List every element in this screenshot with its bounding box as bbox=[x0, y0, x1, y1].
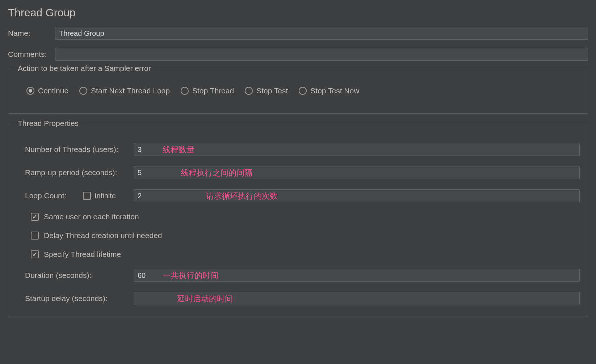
radio-continue[interactable]: Continue bbox=[26, 86, 68, 95]
num-threads-label: Number of Threads (users): bbox=[25, 145, 134, 154]
radio-stop-test-now[interactable]: Stop Test Now bbox=[299, 86, 359, 95]
infinite-label: Infinite bbox=[95, 192, 116, 200]
loop-count-input[interactable] bbox=[134, 189, 580, 202]
comments-label: Comments: bbox=[8, 50, 55, 59]
specify-lifetime-label: Specify Thread lifetime bbox=[44, 250, 121, 259]
specify-lifetime-checkbox[interactable] bbox=[31, 250, 39, 258]
action-fieldset: Action to be taken after a Sampler error… bbox=[8, 69, 588, 114]
num-threads-input[interactable] bbox=[134, 143, 580, 156]
duration-label: Duration (seconds): bbox=[25, 271, 134, 280]
thread-props-legend: Thread Properties bbox=[16, 119, 81, 128]
ramp-label: Ramp-up period (seconds): bbox=[25, 168, 134, 177]
radio-label: Stop Test Now bbox=[310, 86, 359, 95]
radio-label: Stop Thread bbox=[192, 86, 234, 95]
radio-stop-test[interactable]: Stop Test bbox=[245, 86, 288, 95]
startup-delay-input[interactable] bbox=[134, 292, 580, 305]
same-user-checkbox[interactable] bbox=[31, 213, 39, 221]
startup-delay-label: Startup delay (seconds): bbox=[25, 294, 134, 303]
page-title: Thread Group bbox=[8, 7, 588, 19]
radio-start-next-loop[interactable]: Start Next Thread Loop bbox=[79, 86, 170, 95]
radio-stop-thread[interactable]: Stop Thread bbox=[181, 86, 234, 95]
radio-icon bbox=[79, 87, 87, 95]
infinite-checkbox[interactable] bbox=[83, 192, 91, 200]
radio-label: Continue bbox=[38, 86, 68, 95]
same-user-label: Same user on each iteration bbox=[44, 212, 139, 221]
delay-thread-label: Delay Thread creation until needed bbox=[44, 231, 162, 240]
radio-icon bbox=[299, 87, 307, 95]
duration-input[interactable] bbox=[134, 269, 580, 282]
radio-icon bbox=[181, 87, 189, 95]
radio-label: Stop Test bbox=[256, 86, 288, 95]
name-input[interactable] bbox=[55, 27, 588, 40]
delay-thread-checkbox[interactable] bbox=[31, 232, 39, 240]
radio-icon bbox=[26, 87, 34, 95]
loop-count-label: Loop Count: bbox=[25, 191, 83, 200]
thread-props-fieldset: Thread Properties Number of Threads (use… bbox=[8, 124, 588, 317]
radio-label: Start Next Thread Loop bbox=[91, 86, 170, 95]
action-legend: Action to be taken after a Sampler error bbox=[16, 64, 154, 73]
name-label: Name: bbox=[8, 29, 55, 38]
ramp-input[interactable] bbox=[134, 166, 580, 179]
comments-input[interactable] bbox=[55, 48, 588, 61]
radio-icon bbox=[245, 87, 253, 95]
